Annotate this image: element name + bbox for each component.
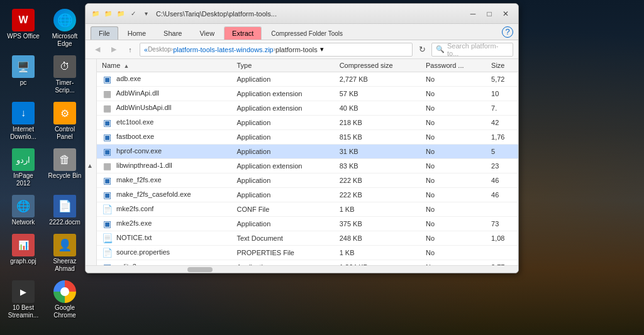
- graph-icon: 📊: [12, 234, 35, 256]
- internet-download-icon: ↓: [12, 102, 35, 124]
- dropdown-arrow-icon: ▾: [141, 9, 151, 19]
- tab-share[interactable]: Share: [155, 26, 190, 40]
- file-name-text: make_f2fs.exe: [116, 176, 162, 184]
- table-row[interactable]: ▦ AdbWinUsbApi.dll Application extension…: [97, 101, 518, 116]
- file-size: [486, 202, 518, 217]
- refresh-button[interactable]: ↻: [415, 43, 429, 57]
- graph-label: graph.opj: [10, 258, 36, 265]
- file-size: 1,76: [486, 130, 518, 145]
- close-button[interactable]: ✕: [498, 8, 513, 20]
- file-list[interactable]: Name ▲ Type Compressed size Password ...: [97, 59, 518, 265]
- desktop-icon-2222-docm[interactable]: 📄 2222.docm: [45, 192, 85, 229]
- col-compressed-size[interactable]: Compressed size: [335, 59, 421, 72]
- desktop-icon-pc[interactable]: 🖥️ pc: [3, 53, 43, 97]
- file-name-text: mke2fs.exe: [116, 219, 152, 227]
- tab-file[interactable]: File: [91, 26, 118, 40]
- timer-label: Timer-Scrip...: [47, 79, 82, 94]
- table-row[interactable]: 📄 mke2fs.conf CONF File 1 KB No: [97, 202, 518, 217]
- up-button[interactable]: ↑: [123, 43, 137, 57]
- table-row[interactable]: ▣ make_f2fs_casefold.exe Application 222…: [97, 188, 518, 202]
- table-row[interactable]: ▣ make_f2fs.exe Application 222 KB No 46: [97, 173, 518, 188]
- table-row[interactable]: ▣ sqlite3.exe Application 1,364 KB No 2,…: [97, 260, 518, 266]
- left-scroll-arrow[interactable]: ▲: [87, 162, 93, 169]
- table-row[interactable]: ▣ fastboot.exe Application 815 KB No 1,7…: [97, 130, 518, 145]
- file-name-text: fastboot.exe: [116, 133, 154, 140]
- file-list-body: ▣ adb.exe Application 2,727 KB No 5,72 ▦…: [97, 72, 518, 266]
- horizontal-scroll-thumb[interactable]: [187, 267, 213, 272]
- file-type: Application: [231, 173, 334, 188]
- forward-button[interactable]: ▶: [107, 43, 121, 57]
- dropdown-arrow[interactable]: ▾: [320, 45, 324, 53]
- file-password: No: [421, 202, 486, 217]
- breadcrumb-folder: platform-tools: [275, 46, 318, 53]
- col-size[interactable]: Size: [486, 59, 518, 72]
- file-name-text: adb.exe: [116, 75, 141, 82]
- file-size: 7.: [486, 101, 518, 116]
- bottom-scrollbar[interactable]: [86, 265, 518, 273]
- file-password: No: [421, 246, 486, 260]
- search-box[interactable]: 🔍 Search platform-to...: [431, 43, 513, 57]
- table-row[interactable]: ▣ etc1tool.exe Application 218 KB No 42: [97, 116, 518, 130]
- table-header: Name ▲ Type Compressed size Password ...: [97, 59, 518, 72]
- table-row[interactable]: 📄 source.properties PROPERTIES File 1 KB…: [97, 246, 518, 260]
- desktop-icon-sheeraz[interactable]: 👤 Sheeraz Ahmad: [45, 231, 85, 275]
- table-row[interactable]: ▦ AdbWinApi.dll Application extension 57…: [97, 87, 518, 101]
- col-type[interactable]: Type: [231, 59, 334, 72]
- minimize-button[interactable]: ─: [465, 8, 480, 20]
- tab-view[interactable]: View: [191, 26, 223, 40]
- file-type: Application extension: [231, 87, 334, 101]
- file-size: 46: [486, 173, 518, 188]
- file-name-text: mke2fs.conf: [116, 205, 153, 212]
- desktop-icon-wps-office[interactable]: W WPS Office: [3, 6, 43, 50]
- address-path[interactable]: « Desktop › platform-tools-latest-window…: [140, 43, 413, 57]
- file-compressed-size: 2,727 KB: [335, 72, 421, 87]
- file-name-text: make_f2fs_casefold.exe: [116, 190, 191, 198]
- desktop-icon-inpage[interactable]: اردو InPage 2012: [3, 146, 43, 190]
- file-password: No: [421, 101, 486, 116]
- desktop-icon-streaming[interactable]: ▶ 10 Best Streamin...: [3, 278, 43, 322]
- file-name-text: AdbWinApi.dll: [116, 89, 158, 97]
- file-size: 42: [486, 116, 518, 130]
- desktop-icon-internet-download[interactable]: ↓ Internet Downlo...: [3, 99, 43, 143]
- inpage-icon: اردو: [12, 148, 35, 171]
- streaming-label: 10 Best Streamin...: [6, 304, 41, 319]
- help-button[interactable]: ?: [502, 26, 513, 38]
- table-row[interactable]: ▣ mke2fs.exe Application 375 KB No 73: [97, 217, 518, 231]
- desktop-icon-google-chrome[interactable]: Google Chrome: [45, 278, 85, 322]
- internet-download-label: Internet Downlo...: [6, 126, 41, 141]
- tab-home[interactable]: Home: [119, 26, 154, 40]
- maximize-button[interactable]: □: [482, 8, 497, 20]
- file-size: 73: [486, 217, 518, 231]
- ribbon-tabs: File Home Share View Extract Compressed …: [86, 24, 518, 40]
- desktop-icon-recycle-bin[interactable]: 🗑 Recycle Bin: [45, 146, 85, 190]
- file-type: Application: [231, 130, 334, 145]
- file-password: No: [421, 260, 486, 266]
- back-button[interactable]: ◀: [91, 43, 104, 57]
- file-name: ▦ libwinpthread-1.dll: [97, 159, 231, 173]
- table-row[interactable]: ▣ hprof-conv.exe Application 31 KB No 5: [97, 145, 518, 159]
- desktop-icon-graph[interactable]: 📊 graph.opj: [3, 231, 43, 275]
- table-row[interactable]: ▦ libwinpthread-1.dll Application extens…: [97, 159, 518, 173]
- folder-icon-2: 📁: [103, 9, 113, 19]
- file-icon-exe: ▣: [102, 190, 112, 200]
- col-password[interactable]: Password ...: [421, 59, 486, 72]
- file-name: ▣ make_f2fs.exe: [97, 173, 231, 188]
- desktop-icons-panel: W WPS Office 🌐 Microsoft Edge 🖥️ pc: [0, 0, 88, 335]
- desktop-icon-edge[interactable]: 🌐 Microsoft Edge: [45, 6, 85, 50]
- file-password: No: [421, 159, 486, 173]
- file-icon-dll: ▦: [102, 103, 112, 113]
- tab-compressed[interactable]: Compressed Folder Tools: [263, 27, 351, 40]
- desktop-icon-timer[interactable]: ⏱ Timer-Scrip...: [45, 53, 85, 97]
- recycle-bin-label: Recycle Bin: [48, 172, 82, 180]
- desktop: W WPS Office 🌐 Microsoft Edge 🖥️ pc: [0, 0, 644, 335]
- desktop-icon-network[interactable]: 🌐 Network: [3, 192, 43, 229]
- tab-extract[interactable]: Extract: [224, 26, 262, 40]
- sheeraz-icon: 👤: [53, 234, 76, 256]
- table-row[interactable]: ▣ adb.exe Application 2,727 KB No 5,72: [97, 72, 518, 87]
- col-name[interactable]: Name ▲: [97, 59, 231, 72]
- file-compressed-size: 1 KB: [335, 246, 421, 260]
- desktop-icon-control-panel[interactable]: ⚙ Control Panel: [45, 99, 85, 143]
- file-icon-exe: ▣: [102, 146, 112, 157]
- doc-icon: 📄: [53, 195, 76, 217]
- table-row[interactable]: 📃 NOTICE.txt Text Document 248 KB No 1,0…: [97, 231, 518, 246]
